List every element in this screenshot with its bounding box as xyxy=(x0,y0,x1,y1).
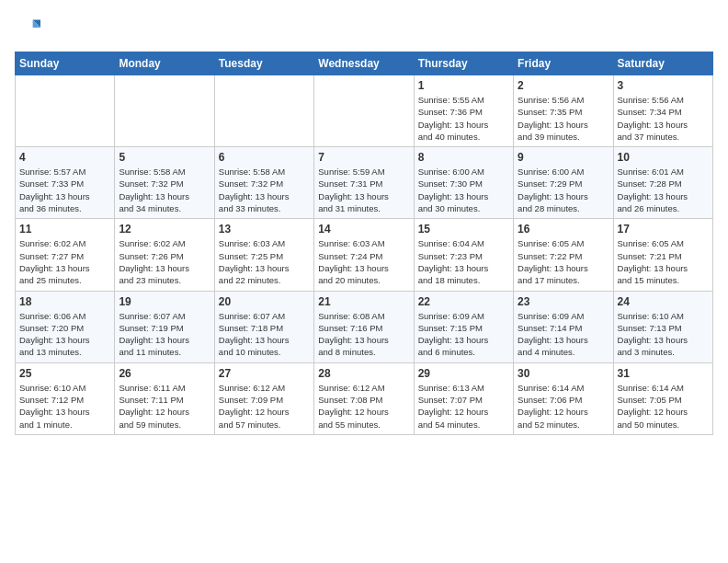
day-number: 3 xyxy=(618,79,709,92)
calendar-cell xyxy=(214,75,313,147)
calendar-header-row: SundayMondayTuesdayWednesdayThursdayFrid… xyxy=(16,52,713,75)
day-number: 20 xyxy=(219,295,310,308)
day-number: 30 xyxy=(518,367,609,380)
cell-sun-info: Sunrise: 6:13 AM Sunset: 7:07 PM Dayligh… xyxy=(418,382,509,431)
day-number: 11 xyxy=(19,223,110,236)
calendar-cell: 19Sunrise: 6:07 AM Sunset: 7:19 PM Dayli… xyxy=(115,291,214,362)
cell-sun-info: Sunrise: 6:07 AM Sunset: 7:19 PM Dayligh… xyxy=(119,310,210,359)
calendar-week-row: 4Sunrise: 5:57 AM Sunset: 7:33 PM Daylig… xyxy=(16,147,713,219)
page-header xyxy=(15,15,713,40)
day-number: 7 xyxy=(318,151,409,164)
calendar-cell: 20Sunrise: 6:07 AM Sunset: 7:18 PM Dayli… xyxy=(214,291,313,362)
calendar-cell: 8Sunrise: 6:00 AM Sunset: 7:30 PM Daylig… xyxy=(414,147,513,219)
cell-sun-info: Sunrise: 6:12 AM Sunset: 7:08 PM Dayligh… xyxy=(318,382,409,431)
day-number: 6 xyxy=(219,151,310,164)
calendar-cell: 31Sunrise: 6:14 AM Sunset: 7:05 PM Dayli… xyxy=(613,362,712,434)
calendar-cell: 24Sunrise: 6:10 AM Sunset: 7:13 PM Dayli… xyxy=(613,291,712,362)
day-number: 23 xyxy=(518,295,609,308)
day-number: 24 xyxy=(618,295,709,308)
calendar-cell: 17Sunrise: 6:05 AM Sunset: 7:21 PM Dayli… xyxy=(613,219,712,291)
calendar-cell: 4Sunrise: 5:57 AM Sunset: 7:33 PM Daylig… xyxy=(16,147,115,219)
cell-sun-info: Sunrise: 6:10 AM Sunset: 7:13 PM Dayligh… xyxy=(618,310,709,359)
day-number: 14 xyxy=(318,223,409,236)
cell-sun-info: Sunrise: 5:58 AM Sunset: 7:32 PM Dayligh… xyxy=(219,166,310,214)
calendar-cell xyxy=(314,75,414,147)
calendar-cell: 23Sunrise: 6:09 AM Sunset: 7:14 PM Dayli… xyxy=(514,291,613,362)
calendar-cell: 21Sunrise: 6:08 AM Sunset: 7:16 PM Dayli… xyxy=(314,291,414,362)
calendar-cell: 25Sunrise: 6:10 AM Sunset: 7:12 PM Dayli… xyxy=(16,362,115,434)
calendar-cell: 7Sunrise: 5:59 AM Sunset: 7:31 PM Daylig… xyxy=(314,147,414,219)
day-number: 19 xyxy=(119,295,210,308)
logo xyxy=(15,15,44,40)
calendar-cell xyxy=(16,75,115,147)
cell-sun-info: Sunrise: 6:14 AM Sunset: 7:05 PM Dayligh… xyxy=(618,382,709,431)
col-header-saturday: Saturday xyxy=(613,52,712,75)
day-number: 25 xyxy=(19,367,110,380)
cell-sun-info: Sunrise: 6:07 AM Sunset: 7:18 PM Dayligh… xyxy=(219,310,310,359)
calendar-cell: 28Sunrise: 6:12 AM Sunset: 7:08 PM Dayli… xyxy=(314,362,414,434)
cell-sun-info: Sunrise: 5:56 AM Sunset: 7:35 PM Dayligh… xyxy=(518,94,609,143)
calendar-cell: 1Sunrise: 5:55 AM Sunset: 7:36 PM Daylig… xyxy=(414,75,513,147)
cell-sun-info: Sunrise: 6:04 AM Sunset: 7:23 PM Dayligh… xyxy=(418,237,509,286)
day-number: 2 xyxy=(518,79,609,92)
calendar-week-row: 1Sunrise: 5:55 AM Sunset: 7:36 PM Daylig… xyxy=(16,75,713,147)
calendar-cell: 11Sunrise: 6:02 AM Sunset: 7:27 PM Dayli… xyxy=(16,219,115,291)
calendar-cell: 30Sunrise: 6:14 AM Sunset: 7:06 PM Dayli… xyxy=(514,362,613,434)
day-number: 15 xyxy=(418,223,509,236)
cell-sun-info: Sunrise: 6:00 AM Sunset: 7:30 PM Dayligh… xyxy=(418,166,509,214)
day-number: 13 xyxy=(219,223,310,236)
cell-sun-info: Sunrise: 5:58 AM Sunset: 7:32 PM Dayligh… xyxy=(119,166,210,214)
calendar-cell: 14Sunrise: 6:03 AM Sunset: 7:24 PM Dayli… xyxy=(314,219,414,291)
cell-sun-info: Sunrise: 6:14 AM Sunset: 7:06 PM Dayligh… xyxy=(518,382,609,431)
day-number: 27 xyxy=(219,367,310,380)
cell-sun-info: Sunrise: 6:03 AM Sunset: 7:24 PM Dayligh… xyxy=(318,237,409,286)
day-number: 1 xyxy=(418,79,509,92)
day-number: 29 xyxy=(418,367,509,380)
day-number: 21 xyxy=(318,295,409,308)
cell-sun-info: Sunrise: 6:08 AM Sunset: 7:16 PM Dayligh… xyxy=(318,310,409,359)
day-number: 4 xyxy=(19,151,110,164)
cell-sun-info: Sunrise: 5:57 AM Sunset: 7:33 PM Dayligh… xyxy=(19,166,110,214)
calendar-week-row: 18Sunrise: 6:06 AM Sunset: 7:20 PM Dayli… xyxy=(16,291,713,362)
calendar-table: SundayMondayTuesdayWednesdayThursdayFrid… xyxy=(15,52,713,435)
cell-sun-info: Sunrise: 6:09 AM Sunset: 7:14 PM Dayligh… xyxy=(518,310,609,359)
calendar-cell: 29Sunrise: 6:13 AM Sunset: 7:07 PM Dayli… xyxy=(414,362,513,434)
calendar-cell: 13Sunrise: 6:03 AM Sunset: 7:25 PM Dayli… xyxy=(214,219,313,291)
calendar-week-row: 11Sunrise: 6:02 AM Sunset: 7:27 PM Dayli… xyxy=(16,219,713,291)
day-number: 9 xyxy=(518,151,609,164)
calendar-cell: 2Sunrise: 5:56 AM Sunset: 7:35 PM Daylig… xyxy=(514,75,613,147)
day-number: 18 xyxy=(19,295,110,308)
cell-sun-info: Sunrise: 6:02 AM Sunset: 7:26 PM Dayligh… xyxy=(119,237,210,286)
day-number: 8 xyxy=(418,151,509,164)
col-header-tuesday: Tuesday xyxy=(214,52,313,75)
day-number: 26 xyxy=(119,367,210,380)
cell-sun-info: Sunrise: 6:00 AM Sunset: 7:29 PM Dayligh… xyxy=(518,166,609,214)
cell-sun-info: Sunrise: 6:03 AM Sunset: 7:25 PM Dayligh… xyxy=(219,237,310,286)
calendar-cell: 6Sunrise: 5:58 AM Sunset: 7:32 PM Daylig… xyxy=(214,147,313,219)
calendar-cell: 12Sunrise: 6:02 AM Sunset: 7:26 PM Dayli… xyxy=(115,219,214,291)
day-number: 16 xyxy=(518,223,609,236)
calendar-cell: 26Sunrise: 6:11 AM Sunset: 7:11 PM Dayli… xyxy=(115,362,214,434)
cell-sun-info: Sunrise: 6:10 AM Sunset: 7:12 PM Dayligh… xyxy=(19,382,110,431)
calendar-cell: 22Sunrise: 6:09 AM Sunset: 7:15 PM Dayli… xyxy=(414,291,513,362)
day-number: 10 xyxy=(618,151,709,164)
calendar-cell: 18Sunrise: 6:06 AM Sunset: 7:20 PM Dayli… xyxy=(16,291,115,362)
calendar-cell: 10Sunrise: 6:01 AM Sunset: 7:28 PM Dayli… xyxy=(613,147,712,219)
cell-sun-info: Sunrise: 5:56 AM Sunset: 7:34 PM Dayligh… xyxy=(618,94,709,143)
cell-sun-info: Sunrise: 6:12 AM Sunset: 7:09 PM Dayligh… xyxy=(219,382,310,431)
col-header-wednesday: Wednesday xyxy=(314,52,414,75)
day-number: 31 xyxy=(618,367,709,380)
col-header-friday: Friday xyxy=(514,52,613,75)
cell-sun-info: Sunrise: 6:05 AM Sunset: 7:21 PM Dayligh… xyxy=(618,237,709,286)
calendar-cell: 27Sunrise: 6:12 AM Sunset: 7:09 PM Dayli… xyxy=(214,362,313,434)
cell-sun-info: Sunrise: 6:01 AM Sunset: 7:28 PM Dayligh… xyxy=(618,166,709,214)
cell-sun-info: Sunrise: 6:02 AM Sunset: 7:27 PM Dayligh… xyxy=(19,237,110,286)
calendar-cell: 3Sunrise: 5:56 AM Sunset: 7:34 PM Daylig… xyxy=(613,75,712,147)
day-number: 28 xyxy=(318,367,409,380)
col-header-thursday: Thursday xyxy=(414,52,513,75)
cell-sun-info: Sunrise: 5:55 AM Sunset: 7:36 PM Dayligh… xyxy=(418,94,509,143)
logo-icon xyxy=(15,15,40,40)
day-number: 12 xyxy=(119,223,210,236)
calendar-cell: 16Sunrise: 6:05 AM Sunset: 7:22 PM Dayli… xyxy=(514,219,613,291)
cell-sun-info: Sunrise: 6:11 AM Sunset: 7:11 PM Dayligh… xyxy=(119,382,210,431)
